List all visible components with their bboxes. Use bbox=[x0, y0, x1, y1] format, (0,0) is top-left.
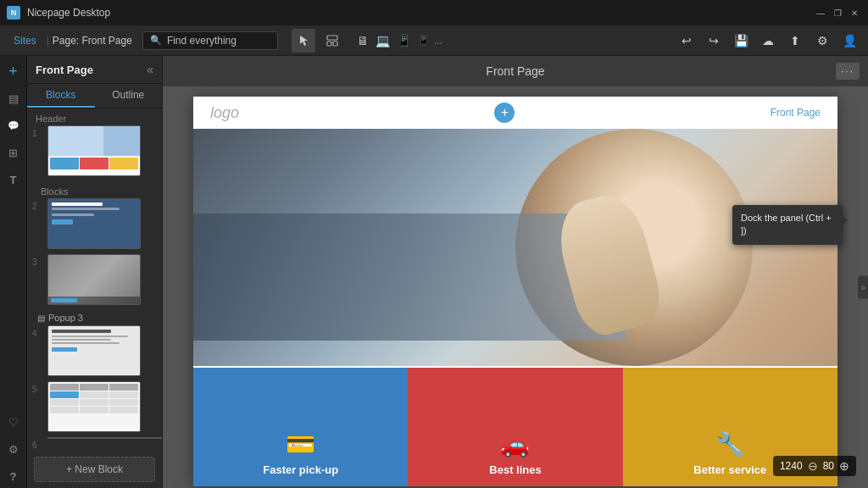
main-layout: + ▤ 💬 ⊞ T ♡ ⚙ ? Front Page « Blocks Outl… bbox=[0, 56, 868, 488]
svg-rect-0 bbox=[327, 36, 337, 40]
rail-grid-icon[interactable]: ⊞ bbox=[2, 141, 25, 164]
search-icon: 🔍 bbox=[150, 35, 162, 46]
search-box[interactable]: 🔍 Find everything bbox=[142, 31, 278, 50]
block-thumb-6 bbox=[47, 437, 162, 439]
block-item-2[interactable]: 2 bbox=[32, 198, 157, 249]
app-title: Nicepage Desktop bbox=[27, 7, 807, 19]
rail-help-icon[interactable]: ? bbox=[2, 464, 25, 488]
block-list: 1 Bloc bbox=[27, 125, 162, 450]
block-num-3: 3 bbox=[32, 258, 42, 267]
search-text: Find everything bbox=[167, 35, 236, 47]
card-red-icon: 🚗 bbox=[500, 430, 530, 458]
zoom-out-button[interactable]: ⊖ bbox=[808, 459, 818, 473]
popup-label: Popup 3 bbox=[48, 313, 83, 323]
zoom-bar: 1240 ⊖ 80 ⊕ bbox=[773, 456, 856, 476]
rail-text-icon[interactable]: T bbox=[2, 168, 25, 191]
blocks-section-label: Blocks bbox=[32, 181, 157, 198]
canvas-wrapper: logo + Front Page bbox=[163, 86, 868, 488]
block-num-4: 4 bbox=[32, 329, 42, 338]
canvas-page-title: Front Page bbox=[486, 64, 544, 78]
cloud-button[interactable]: ☁ bbox=[756, 29, 780, 53]
page-hero bbox=[193, 129, 837, 366]
page-topbar: logo + Front Page bbox=[193, 97, 837, 129]
block-num-5: 5 bbox=[32, 385, 42, 394]
block-item-5[interactable]: 5 bbox=[32, 381, 157, 432]
right-panel-collapse-button[interactable]: » bbox=[857, 275, 868, 300]
title-bar: N Nicepage Desktop — ❐ ✕ bbox=[0, 0, 868, 25]
laptop-icon[interactable]: 💻 bbox=[373, 31, 392, 50]
toolbar-right: ↩ ↪ 💾 ☁ ⬆ ⚙ 👤 bbox=[675, 29, 861, 53]
sidebar-content: Header 1 bbox=[27, 108, 162, 488]
account-button[interactable]: 👤 bbox=[837, 29, 861, 53]
card-blue-title: Faster pick-up bbox=[263, 463, 338, 476]
block-thumb-2 bbox=[47, 198, 141, 249]
sidebar-header: Front Page « bbox=[27, 56, 162, 84]
breadcrumb-separator: | bbox=[47, 35, 49, 47]
block-num-1: 1 bbox=[32, 129, 42, 138]
mobile-icon[interactable]: 📱 bbox=[415, 32, 432, 48]
close-button[interactable]: ✕ bbox=[848, 6, 861, 19]
zoom-width: 1240 bbox=[780, 460, 803, 472]
menu-bar: Sites | Page: Front Page 🔍 Find everythi… bbox=[0, 25, 868, 56]
tab-blocks[interactable]: Blocks bbox=[27, 84, 95, 108]
undo-button[interactable]: ↩ bbox=[675, 29, 698, 53]
canvas-title-bar: Front Page ··· bbox=[163, 56, 868, 86]
zoom-in-button[interactable]: ⊕ bbox=[839, 459, 849, 473]
tool-center bbox=[292, 29, 344, 53]
block-thumb-1 bbox=[47, 125, 141, 176]
rail-gear-icon[interactable]: ⚙ bbox=[2, 437, 25, 461]
card-yellow-icon: 🔧 bbox=[715, 430, 745, 458]
rail-heart-icon[interactable]: ♡ bbox=[2, 410, 25, 434]
device-more[interactable]: ... bbox=[434, 35, 442, 47]
sidebar-collapse-button[interactable]: « bbox=[147, 63, 153, 76]
popup-icon: ▤ bbox=[37, 313, 45, 323]
desktop-icon[interactable]: 🖥 bbox=[354, 31, 371, 50]
block-thumb-3 bbox=[47, 254, 141, 305]
cursor-tool-button[interactable] bbox=[292, 29, 315, 53]
canvas-menu-button[interactable]: ··· bbox=[836, 63, 860, 80]
block-num-6: 6 bbox=[32, 441, 42, 450]
page-cards: 💳 Faster pick-up 🚗 Best lines 🔧 Better s… bbox=[193, 368, 837, 486]
icon-rail: + ▤ 💬 ⊞ T ♡ ⚙ ? bbox=[0, 56, 27, 488]
tablet-icon[interactable]: 📱 bbox=[394, 31, 414, 50]
minimize-button[interactable]: — bbox=[814, 6, 827, 19]
page-breadcrumb: Page: Front Page bbox=[53, 35, 132, 47]
card-yellow-title: Better service bbox=[693, 463, 766, 476]
sidebar-title: Front Page bbox=[36, 64, 93, 76]
rail-add-icon[interactable]: + bbox=[2, 59, 25, 83]
page-add-button[interactable]: + bbox=[494, 103, 515, 123]
maximize-button[interactable]: ❐ bbox=[831, 6, 844, 19]
export-button[interactable]: ⬆ bbox=[783, 29, 807, 53]
block-item-6[interactable]: 6 bbox=[32, 437, 157, 450]
card-best-lines: 🚗 Best lines bbox=[408, 368, 622, 486]
rail-chat-icon[interactable]: 💬 bbox=[2, 114, 25, 137]
window-controls: — ❐ ✕ bbox=[814, 6, 861, 19]
block-thumb-5 bbox=[47, 381, 141, 432]
tooltip-dock-panel: Dock the panel (Ctrl + ]) bbox=[732, 205, 843, 245]
device-toolbar: 🖥 💻 📱 📱 ... bbox=[354, 31, 442, 50]
header-section-label: Header bbox=[27, 108, 162, 125]
svg-rect-1 bbox=[327, 42, 331, 46]
popup-item-3[interactable]: ▤ Popup 3 bbox=[32, 310, 157, 325]
page-logo: logo bbox=[210, 104, 239, 122]
block-item-4[interactable]: 4 bbox=[32, 325, 157, 376]
layout-tool-button[interactable] bbox=[320, 29, 344, 53]
redo-button[interactable]: ↪ bbox=[702, 29, 726, 53]
zoom-value: 80 bbox=[823, 460, 834, 472]
save-button[interactable]: 💾 bbox=[729, 29, 753, 53]
canvas-page: logo + Front Page bbox=[193, 97, 837, 486]
card-faster-pickup: 💳 Faster pick-up bbox=[193, 368, 408, 486]
sites-link[interactable]: Sites bbox=[7, 35, 43, 47]
card-red-title: Best lines bbox=[489, 463, 541, 476]
settings-button[interactable]: ⚙ bbox=[810, 29, 834, 53]
svg-rect-2 bbox=[333, 42, 337, 46]
block-item-1[interactable]: 1 bbox=[32, 125, 157, 176]
sidebar-tabs: Blocks Outline bbox=[27, 84, 162, 108]
rail-pages-icon[interactable]: ▤ bbox=[2, 86, 25, 110]
block-item-3[interactable]: 3 bbox=[32, 254, 157, 305]
tab-outline[interactable]: Outline bbox=[95, 84, 163, 108]
app-icon: N bbox=[7, 6, 20, 19]
new-block-button[interactable]: + New Block bbox=[34, 457, 155, 482]
page-name-link[interactable]: Front Page bbox=[771, 107, 821, 119]
block-thumb-4 bbox=[47, 325, 141, 376]
